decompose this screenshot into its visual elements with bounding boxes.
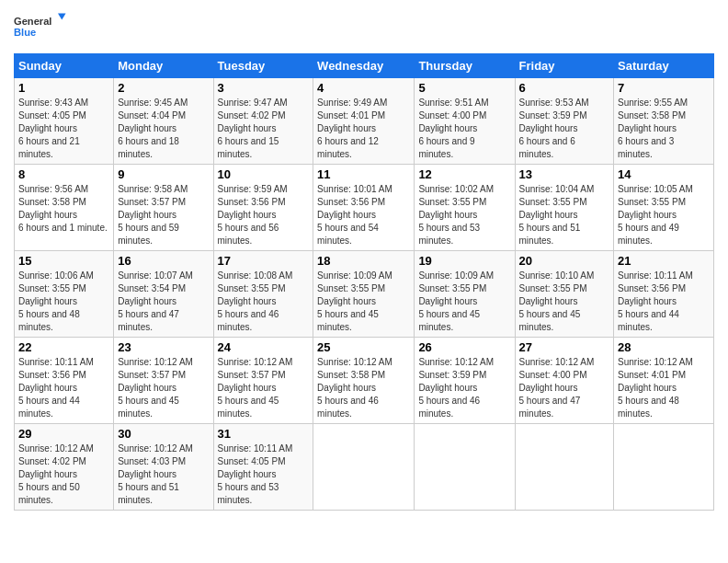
day-cell: 12 Sunrise: 10:02 AM Sunset: 3:55 PM Day…	[415, 165, 515, 251]
sunrise-label: Sunrise: 10:04 AM	[519, 184, 595, 194]
day-info: Sunrise: 10:04 AM Sunset: 3:55 PM Daylig…	[519, 183, 610, 247]
day-number: 25	[317, 340, 410, 354]
day-number: 31	[218, 427, 310, 441]
day-info: Sunrise: 10:11 AM Sunset: 3:56 PM Daylig…	[18, 356, 109, 420]
daylight-label: Daylight hours	[519, 123, 578, 133]
day-number: 9	[118, 167, 209, 181]
daylight-value: 5 hours and 48 minutes.	[18, 309, 80, 332]
daylight-label: Daylight hours	[418, 296, 477, 306]
daylight-value: 5 hours and 45 minutes.	[519, 309, 581, 332]
sunset-label: Sunset: 3:59 PM	[519, 110, 587, 121]
sunrise-label: Sunrise: 10:12 AM	[618, 357, 693, 367]
day-number: 10	[218, 167, 310, 181]
day-info: Sunrise: 10:12 AM Sunset: 3:59 PM Daylig…	[418, 356, 510, 420]
sunrise-label: Sunrise: 10:12 AM	[519, 357, 595, 367]
daylight-label: Daylight hours	[118, 123, 176, 133]
day-number: 12	[418, 167, 510, 181]
sunrise-label: Sunrise: 10:05 AM	[618, 184, 693, 194]
day-cell	[415, 424, 515, 511]
daylight-value: 5 hours and 53 minutes.	[218, 482, 279, 505]
day-cell: 8 Sunrise: 9:56 AM Sunset: 3:58 PM Dayli…	[15, 165, 114, 251]
sunrise-label: Sunrise: 9:56 AM	[18, 184, 88, 194]
day-cell: 10 Sunrise: 9:59 AM Sunset: 3:56 PM Dayl…	[213, 165, 313, 251]
day-info: Sunrise: 9:49 AM Sunset: 4:01 PM Dayligh…	[317, 97, 410, 161]
daylight-label: Daylight hours	[418, 383, 477, 393]
sunset-label: Sunset: 4:00 PM	[519, 370, 587, 380]
sunrise-label: Sunrise: 10:12 AM	[418, 357, 494, 367]
day-info: Sunrise: 10:10 AM Sunset: 3:55 PM Daylig…	[519, 270, 610, 334]
sunset-label: Sunset: 3:56 PM	[218, 197, 286, 207]
sunrise-label: Sunrise: 10:09 AM	[418, 270, 494, 281]
sunrise-label: Sunrise: 10:10 AM	[519, 270, 595, 281]
day-number: 20	[519, 254, 610, 268]
day-info: Sunrise: 9:43 AM Sunset: 4:05 PM Dayligh…	[18, 97, 109, 161]
daylight-label: Daylight hours	[317, 296, 376, 306]
day-number: 18	[317, 254, 410, 268]
sunset-label: Sunset: 3:55 PM	[519, 283, 587, 293]
day-info: Sunrise: 10:09 AM Sunset: 3:55 PM Daylig…	[418, 270, 510, 334]
day-cell: 9 Sunrise: 9:58 AM Sunset: 3:57 PM Dayli…	[114, 165, 213, 251]
day-info: Sunrise: 9:59 AM Sunset: 3:56 PM Dayligh…	[218, 183, 310, 247]
sunrise-label: Sunrise: 10:08 AM	[218, 270, 293, 281]
sunrise-label: Sunrise: 9:59 AM	[218, 184, 288, 194]
day-cell: 17 Sunrise: 10:08 AM Sunset: 3:55 PM Day…	[213, 251, 313, 338]
day-info: Sunrise: 10:02 AM Sunset: 3:55 PM Daylig…	[418, 183, 510, 247]
sunrise-label: Sunrise: 10:12 AM	[118, 443, 193, 454]
header: General Blue	[14, 9, 714, 46]
day-number: 29	[18, 427, 109, 441]
day-cell: 4 Sunrise: 9:49 AM Sunset: 4:01 PM Dayli…	[313, 78, 415, 165]
sunrise-label: Sunrise: 10:09 AM	[317, 270, 392, 281]
daylight-value: 6 hours and 3 minutes.	[618, 136, 674, 159]
daylight-value: 6 hours and 18 minutes.	[118, 136, 179, 159]
day-cell: 30 Sunrise: 10:12 AM Sunset: 4:03 PM Day…	[114, 424, 213, 511]
sunrise-label: Sunrise: 10:12 AM	[18, 443, 94, 454]
sunset-label: Sunset: 4:01 PM	[317, 110, 385, 121]
sunrise-label: Sunrise: 10:12 AM	[118, 357, 193, 367]
daylight-value: 6 hours and 9 minutes.	[418, 136, 474, 159]
col-header-tuesday: Tuesday	[213, 54, 313, 78]
sunrise-label: Sunrise: 9:45 AM	[118, 98, 188, 108]
daylight-label: Daylight hours	[418, 210, 477, 220]
sunset-label: Sunset: 3:54 PM	[118, 283, 186, 293]
sunset-label: Sunset: 4:05 PM	[18, 110, 86, 121]
day-cell: 29 Sunrise: 10:12 AM Sunset: 4:02 PM Day…	[15, 424, 114, 511]
day-number: 7	[618, 81, 710, 95]
day-cell: 28 Sunrise: 10:12 AM Sunset: 4:01 PM Day…	[614, 338, 714, 424]
daylight-value: 5 hours and 44 minutes.	[618, 309, 679, 332]
day-info: Sunrise: 10:11 AM Sunset: 4:05 PM Daylig…	[218, 442, 310, 507]
daylight-label: Daylight hours	[317, 383, 376, 393]
daylight-label: Daylight hours	[618, 296, 677, 306]
sunset-label: Sunset: 4:00 PM	[418, 110, 486, 121]
day-number: 17	[218, 254, 310, 268]
daylight-label: Daylight hours	[18, 123, 77, 133]
sunset-label: Sunset: 3:55 PM	[317, 283, 385, 293]
day-number: 8	[18, 167, 109, 181]
daylight-value: 6 hours and 21 minutes.	[18, 136, 80, 159]
logo: General Blue	[14, 9, 69, 46]
sunset-label: Sunset: 4:01 PM	[618, 370, 686, 380]
daylight-value: 5 hours and 46 minutes.	[218, 309, 279, 332]
day-info: Sunrise: 9:53 AM Sunset: 3:59 PM Dayligh…	[519, 97, 610, 161]
daylight-value: 5 hours and 51 minutes.	[519, 223, 581, 246]
daylight-value: 5 hours and 59 minutes.	[118, 223, 179, 246]
day-info: Sunrise: 10:01 AM Sunset: 3:56 PM Daylig…	[317, 183, 410, 247]
day-info: Sunrise: 10:06 AM Sunset: 3:55 PM Daylig…	[18, 270, 109, 334]
sunset-label: Sunset: 4:04 PM	[118, 110, 186, 121]
day-cell: 11 Sunrise: 10:01 AM Sunset: 3:56 PM Day…	[313, 165, 415, 251]
sunset-label: Sunset: 3:58 PM	[18, 197, 86, 207]
sunset-label: Sunset: 3:55 PM	[519, 197, 587, 207]
daylight-value: 5 hours and 46 minutes.	[317, 396, 379, 419]
daylight-label: Daylight hours	[218, 383, 277, 393]
day-cell: 21 Sunrise: 10:11 AM Sunset: 3:56 PM Day…	[614, 251, 714, 338]
sunset-label: Sunset: 3:56 PM	[317, 197, 385, 207]
daylight-label: Daylight hours	[18, 469, 77, 479]
day-info: Sunrise: 10:12 AM Sunset: 3:58 PM Daylig…	[317, 356, 410, 420]
week-row-1: 1 Sunrise: 9:43 AM Sunset: 4:05 PM Dayli…	[15, 78, 714, 165]
day-number: 13	[519, 167, 610, 181]
daylight-label: Daylight hours	[418, 123, 477, 133]
day-number: 23	[118, 340, 209, 354]
daylight-label: Daylight hours	[218, 296, 277, 306]
daylight-label: Daylight hours	[519, 383, 578, 393]
daylight-label: Daylight hours	[118, 383, 176, 393]
daylight-value: 6 hours and 15 minutes.	[218, 136, 279, 159]
